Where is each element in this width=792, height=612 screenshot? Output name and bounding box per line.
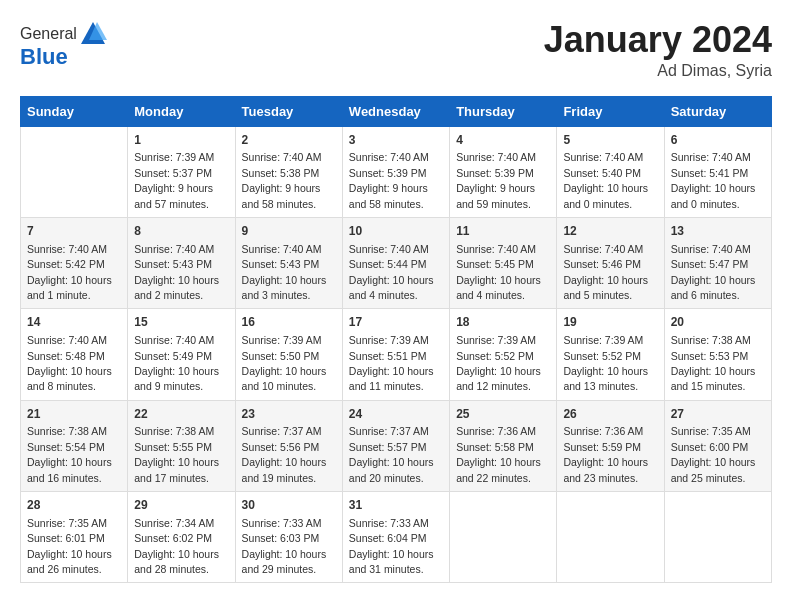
day-cell: 2Sunrise: 7:40 AM Sunset: 5:38 PM Daylig…: [235, 126, 342, 217]
day-info: Sunrise: 7:35 AM Sunset: 6:00 PM Dayligh…: [671, 425, 756, 483]
day-cell: 1Sunrise: 7:39 AM Sunset: 5:37 PM Daylig…: [128, 126, 235, 217]
day-number: 25: [456, 406, 550, 423]
day-number: 22: [134, 406, 228, 423]
day-cell: 13Sunrise: 7:40 AM Sunset: 5:47 PM Dayli…: [664, 217, 771, 308]
calendar-table: SundayMondayTuesdayWednesdayThursdayFrid…: [20, 96, 772, 584]
day-cell: 5Sunrise: 7:40 AM Sunset: 5:40 PM Daylig…: [557, 126, 664, 217]
day-number: 13: [671, 223, 765, 240]
day-number: 19: [563, 314, 657, 331]
week-row-5: 28Sunrise: 7:35 AM Sunset: 6:01 PM Dayli…: [21, 492, 772, 583]
day-number: 17: [349, 314, 443, 331]
day-number: 7: [27, 223, 121, 240]
day-number: 31: [349, 497, 443, 514]
day-cell: 19Sunrise: 7:39 AM Sunset: 5:52 PM Dayli…: [557, 309, 664, 400]
day-number: 30: [242, 497, 336, 514]
day-info: Sunrise: 7:40 AM Sunset: 5:47 PM Dayligh…: [671, 243, 756, 301]
day-number: 1: [134, 132, 228, 149]
weekday-header-row: SundayMondayTuesdayWednesdayThursdayFrid…: [21, 96, 772, 126]
day-info: Sunrise: 7:40 AM Sunset: 5:45 PM Dayligh…: [456, 243, 541, 301]
day-info: Sunrise: 7:37 AM Sunset: 5:57 PM Dayligh…: [349, 425, 434, 483]
day-number: 5: [563, 132, 657, 149]
day-cell: 16Sunrise: 7:39 AM Sunset: 5:50 PM Dayli…: [235, 309, 342, 400]
day-info: Sunrise: 7:39 AM Sunset: 5:37 PM Dayligh…: [134, 151, 214, 209]
day-cell: 23Sunrise: 7:37 AM Sunset: 5:56 PM Dayli…: [235, 400, 342, 491]
day-cell: 8Sunrise: 7:40 AM Sunset: 5:43 PM Daylig…: [128, 217, 235, 308]
day-number: 4: [456, 132, 550, 149]
day-cell: [450, 492, 557, 583]
weekday-header-saturday: Saturday: [664, 96, 771, 126]
day-info: Sunrise: 7:40 AM Sunset: 5:41 PM Dayligh…: [671, 151, 756, 209]
day-cell: 17Sunrise: 7:39 AM Sunset: 5:51 PM Dayli…: [342, 309, 449, 400]
day-info: Sunrise: 7:40 AM Sunset: 5:43 PM Dayligh…: [242, 243, 327, 301]
day-cell: 28Sunrise: 7:35 AM Sunset: 6:01 PM Dayli…: [21, 492, 128, 583]
day-info: Sunrise: 7:35 AM Sunset: 6:01 PM Dayligh…: [27, 517, 112, 575]
day-number: 2: [242, 132, 336, 149]
day-number: 27: [671, 406, 765, 423]
day-cell: 6Sunrise: 7:40 AM Sunset: 5:41 PM Daylig…: [664, 126, 771, 217]
day-info: Sunrise: 7:36 AM Sunset: 5:58 PM Dayligh…: [456, 425, 541, 483]
day-info: Sunrise: 7:38 AM Sunset: 5:54 PM Dayligh…: [27, 425, 112, 483]
week-row-2: 7Sunrise: 7:40 AM Sunset: 5:42 PM Daylig…: [21, 217, 772, 308]
day-number: 21: [27, 406, 121, 423]
day-number: 16: [242, 314, 336, 331]
day-info: Sunrise: 7:40 AM Sunset: 5:39 PM Dayligh…: [456, 151, 536, 209]
day-number: 14: [27, 314, 121, 331]
title-block: January 2024 Ad Dimas, Syria: [544, 20, 772, 80]
weekday-header-wednesday: Wednesday: [342, 96, 449, 126]
calendar-title: January 2024: [544, 20, 772, 60]
day-cell: [21, 126, 128, 217]
day-cell: 14Sunrise: 7:40 AM Sunset: 5:48 PM Dayli…: [21, 309, 128, 400]
day-cell: 27Sunrise: 7:35 AM Sunset: 6:00 PM Dayli…: [664, 400, 771, 491]
day-cell: 30Sunrise: 7:33 AM Sunset: 6:03 PM Dayli…: [235, 492, 342, 583]
day-info: Sunrise: 7:40 AM Sunset: 5:44 PM Dayligh…: [349, 243, 434, 301]
weekday-header-friday: Friday: [557, 96, 664, 126]
day-number: 15: [134, 314, 228, 331]
day-info: Sunrise: 7:40 AM Sunset: 5:42 PM Dayligh…: [27, 243, 112, 301]
day-number: 6: [671, 132, 765, 149]
day-number: 18: [456, 314, 550, 331]
page-header: General Blue January 2024 Ad Dimas, Syri…: [20, 20, 772, 80]
weekday-header-thursday: Thursday: [450, 96, 557, 126]
weekday-header-monday: Monday: [128, 96, 235, 126]
day-cell: 20Sunrise: 7:38 AM Sunset: 5:53 PM Dayli…: [664, 309, 771, 400]
day-number: 29: [134, 497, 228, 514]
day-cell: 24Sunrise: 7:37 AM Sunset: 5:57 PM Dayli…: [342, 400, 449, 491]
day-info: Sunrise: 7:38 AM Sunset: 5:55 PM Dayligh…: [134, 425, 219, 483]
day-info: Sunrise: 7:40 AM Sunset: 5:48 PM Dayligh…: [27, 334, 112, 392]
logo: General Blue: [20, 20, 107, 70]
day-cell: 18Sunrise: 7:39 AM Sunset: 5:52 PM Dayli…: [450, 309, 557, 400]
day-info: Sunrise: 7:34 AM Sunset: 6:02 PM Dayligh…: [134, 517, 219, 575]
day-info: Sunrise: 7:37 AM Sunset: 5:56 PM Dayligh…: [242, 425, 327, 483]
day-number: 26: [563, 406, 657, 423]
day-number: 23: [242, 406, 336, 423]
day-cell: 11Sunrise: 7:40 AM Sunset: 5:45 PM Dayli…: [450, 217, 557, 308]
day-cell: 12Sunrise: 7:40 AM Sunset: 5:46 PM Dayli…: [557, 217, 664, 308]
day-number: 3: [349, 132, 443, 149]
logo-general-text: General: [20, 25, 77, 43]
logo-icon: [79, 20, 107, 48]
day-cell: 31Sunrise: 7:33 AM Sunset: 6:04 PM Dayli…: [342, 492, 449, 583]
weekday-header-tuesday: Tuesday: [235, 96, 342, 126]
day-info: Sunrise: 7:33 AM Sunset: 6:03 PM Dayligh…: [242, 517, 327, 575]
day-cell: 4Sunrise: 7:40 AM Sunset: 5:39 PM Daylig…: [450, 126, 557, 217]
day-cell: 7Sunrise: 7:40 AM Sunset: 5:42 PM Daylig…: [21, 217, 128, 308]
day-number: 12: [563, 223, 657, 240]
day-cell: 10Sunrise: 7:40 AM Sunset: 5:44 PM Dayli…: [342, 217, 449, 308]
day-info: Sunrise: 7:40 AM Sunset: 5:39 PM Dayligh…: [349, 151, 429, 209]
calendar-subtitle: Ad Dimas, Syria: [544, 62, 772, 80]
day-number: 11: [456, 223, 550, 240]
day-cell: 26Sunrise: 7:36 AM Sunset: 5:59 PM Dayli…: [557, 400, 664, 491]
day-cell: 25Sunrise: 7:36 AM Sunset: 5:58 PM Dayli…: [450, 400, 557, 491]
day-info: Sunrise: 7:39 AM Sunset: 5:51 PM Dayligh…: [349, 334, 434, 392]
day-info: Sunrise: 7:39 AM Sunset: 5:52 PM Dayligh…: [563, 334, 648, 392]
day-number: 20: [671, 314, 765, 331]
day-number: 24: [349, 406, 443, 423]
day-info: Sunrise: 7:39 AM Sunset: 5:52 PM Dayligh…: [456, 334, 541, 392]
day-number: 28: [27, 497, 121, 514]
day-info: Sunrise: 7:38 AM Sunset: 5:53 PM Dayligh…: [671, 334, 756, 392]
day-info: Sunrise: 7:33 AM Sunset: 6:04 PM Dayligh…: [349, 517, 434, 575]
day-info: Sunrise: 7:40 AM Sunset: 5:43 PM Dayligh…: [134, 243, 219, 301]
day-info: Sunrise: 7:39 AM Sunset: 5:50 PM Dayligh…: [242, 334, 327, 392]
day-number: 9: [242, 223, 336, 240]
week-row-4: 21Sunrise: 7:38 AM Sunset: 5:54 PM Dayli…: [21, 400, 772, 491]
